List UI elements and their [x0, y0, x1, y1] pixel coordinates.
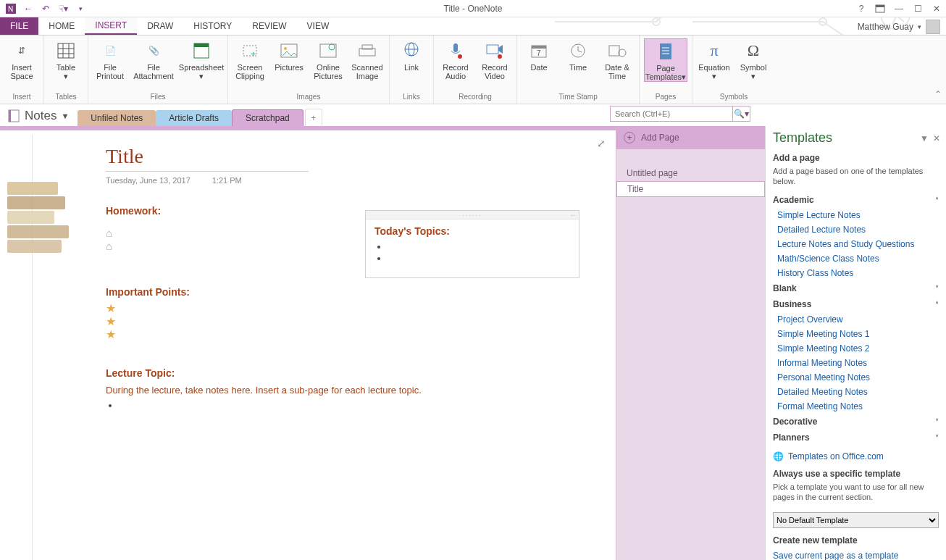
cat-blank[interactable]: Blank˅ [773, 280, 939, 296]
note-container[interactable]: ······↔ Today's Topics: [365, 210, 579, 278]
chevron-down-icon: ▼ [61, 112, 69, 120]
time-button[interactable]: Time [561, 38, 595, 80]
cat-decorative[interactable]: Decorative˅ [773, 414, 939, 430]
lecture-bullet[interactable] [119, 400, 616, 410]
tpl-link[interactable]: Formal Meeting Notes [773, 399, 939, 414]
page-templates-button[interactable]: Page Templates▾ [644, 38, 687, 82]
online-pictures-icon [317, 40, 339, 62]
svg-text:7: 7 [537, 49, 541, 57]
help-icon[interactable]: ? [852, 0, 871, 17]
collapse-ribbon-icon[interactable]: ⌃ [934, 89, 942, 99]
ribbon-display-icon[interactable] [871, 0, 890, 17]
add-page-label: Add Page [641, 133, 679, 143]
tpl-link[interactable]: Simple Meeting Notes 2 [773, 341, 939, 356]
pane-options-icon[interactable]: ▼ [920, 133, 929, 143]
page-date: Tuesday, June 13, 2017 [106, 176, 191, 185]
lecture-body[interactable]: During the lecture, take notes here. Ins… [106, 385, 616, 396]
datetime-button[interactable]: Date & Time [600, 38, 635, 80]
link-button[interactable]: Link [394, 38, 429, 72]
heading-today[interactable]: Today's Topics: [374, 225, 570, 237]
default-template-select[interactable]: No Default Template [773, 512, 939, 528]
page-background-image [3, 138, 75, 254]
user-menu[interactable]: Matthew Guay▾ [858, 17, 940, 35]
qat-customize-icon[interactable]: ▾ [72, 1, 88, 17]
today-bullet[interactable] [388, 253, 570, 264]
chevron-up-icon: ˄ [935, 301, 939, 309]
tpl-link[interactable]: Lecture Notes and Study Questions [773, 237, 939, 251]
section-tab-drafts[interactable]: Article Drafts [156, 110, 232, 126]
heading-lecture[interactable]: Lecture Topic: [106, 367, 616, 379]
symbol-icon: Ω [742, 40, 764, 62]
online-pictures-button[interactable]: Online Pictures [311, 38, 346, 80]
spreadsheet-button[interactable]: Spreadsheet▾ [180, 38, 223, 80]
tpl-link[interactable]: Simple Lecture Notes [773, 208, 939, 222]
scanned-image-button[interactable]: Scanned Image [350, 38, 385, 80]
chevron-down-icon: ˅ [935, 418, 939, 426]
tpl-link[interactable]: Math/Science Class Notes [773, 251, 939, 266]
today-bullet[interactable] [388, 241, 570, 253]
office-templates-link[interactable]: 🌐Templates on Office.com [773, 451, 939, 461]
back-icon[interactable]: ← [20, 1, 36, 17]
section-tab-unfiled[interactable]: Unfiled Notes [78, 110, 156, 126]
tpl-link[interactable]: Detailed Lecture Notes [773, 222, 939, 237]
notebook-icon [7, 109, 20, 123]
pictures-button[interactable]: Pictures [272, 38, 306, 80]
resize-icon[interactable]: ↔ [569, 212, 576, 219]
insert-space-button[interactable]: ⇵Insert Space [4, 38, 39, 80]
tpl-link[interactable]: Detailed Meeting Notes [773, 385, 939, 399]
tab-draw[interactable]: DRAW [137, 17, 183, 35]
cat-planners[interactable]: Planners˅ [773, 430, 939, 446]
symbol-button[interactable]: ΩSymbol▾ [736, 38, 771, 80]
screen-clipping-button[interactable]: +Screen Clipping [233, 38, 267, 80]
add-page-button[interactable]: + Add Page [616, 126, 765, 149]
maximize-icon[interactable]: ☐ [908, 0, 927, 17]
heading-important[interactable]: Important Points: [106, 286, 616, 298]
equation-button[interactable]: πEquation▾ [697, 38, 732, 80]
star-icon: ★ [106, 315, 616, 328]
search-input[interactable] [610, 106, 733, 122]
svg-rect-14 [194, 43, 209, 47]
svg-rect-7 [876, 5, 884, 7]
touch-mode-icon[interactable]: ☟▾ [55, 1, 71, 17]
cat-academic[interactable]: Academic˄ [773, 192, 939, 208]
tpl-link[interactable]: History Class Notes [773, 266, 939, 280]
tab-file[interactable]: FILE [0, 17, 38, 35]
tab-insert[interactable]: INSERT [85, 17, 137, 35]
table-button[interactable]: Table▾ [49, 38, 83, 80]
page-list-item-selected[interactable]: Title [616, 181, 765, 197]
section-tab-scratchpad[interactable]: Scratchpad [232, 109, 304, 126]
time-icon [567, 40, 589, 62]
undo-icon[interactable]: ↶ [38, 1, 54, 17]
record-video-button[interactable]: Record Video [477, 38, 512, 80]
file-attachment-button[interactable]: 📎File Attachment [132, 38, 175, 80]
app-icon: N [3, 1, 19, 17]
pane-close-icon[interactable]: ✕ [933, 133, 940, 143]
tpl-link[interactable]: Personal Meeting Notes [773, 370, 939, 385]
minimize-icon[interactable]: — [890, 0, 908, 17]
date-button[interactable]: 7Date [522, 38, 556, 80]
tpl-link[interactable]: Simple Meeting Notes 1 [773, 327, 939, 341]
svg-rect-32 [532, 46, 546, 49]
page-list-item[interactable]: Untitled page [616, 165, 765, 181]
tab-review[interactable]: REVIEW [242, 17, 296, 35]
tpl-link[interactable]: Informal Meeting Notes [773, 356, 939, 370]
tpl-link[interactable]: Project Overview [773, 312, 939, 327]
container-handle[interactable]: ······↔ [366, 211, 579, 220]
close-icon[interactable]: ✕ [927, 0, 946, 17]
notebook-dropdown[interactable]: Notes ▼ [0, 109, 78, 126]
cat-business[interactable]: Business˄ [773, 296, 939, 312]
record-audio-button[interactable]: Record Audio [438, 38, 473, 80]
tab-view[interactable]: VIEW [297, 17, 340, 35]
record-video-icon [484, 40, 506, 62]
search-button[interactable]: 🔍▾ [733, 106, 750, 122]
svg-marker-29 [498, 45, 503, 54]
table-icon [55, 40, 77, 62]
tab-home[interactable]: HOME [38, 17, 85, 35]
save-template-link[interactable]: Save current page as a template [773, 548, 939, 560]
page-title[interactable]: Title [106, 145, 616, 168]
file-printout-button[interactable]: 📄File Printout [93, 38, 127, 80]
add-section-button[interactable]: + [305, 109, 322, 126]
tab-history[interactable]: HISTORY [183, 17, 242, 35]
datetime-icon [606, 40, 628, 62]
chevron-down-icon: ˅ [935, 285, 939, 293]
